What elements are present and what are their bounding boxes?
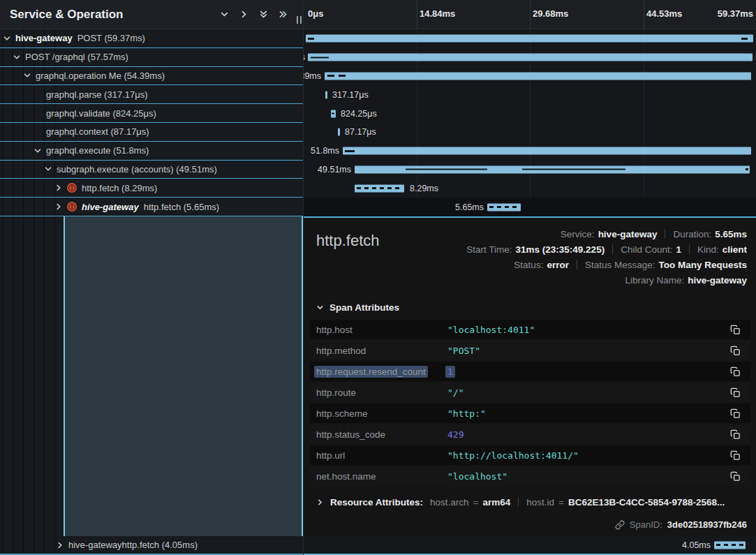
status-label: Status:: [514, 260, 543, 270]
span-row-selected[interactable]: ! hive-gateway http.fetch (5.65ms): [0, 198, 303, 216]
resource-value: arm64: [482, 497, 510, 508]
span-bar[interactable]: [325, 91, 327, 98]
span-bar[interactable]: [306, 35, 753, 43]
attribute-row[interactable]: http.scheme "http:": [310, 404, 750, 423]
chevron-down-icon[interactable]: [3, 34, 11, 43]
span-row[interactable]: subgraph.execute (accounts) (49.51ms): [0, 161, 303, 179]
timeline-row-selected: 5.65ms: [304, 198, 756, 216]
attribute-key: http.scheme: [316, 408, 447, 419]
status-message-label: Status Message:: [585, 260, 655, 270]
attribute-row[interactable]: http.status_code 429: [310, 424, 750, 444]
span-duration-label: 49.51ms: [318, 165, 351, 175]
attribute-key: http.method: [316, 346, 447, 356]
attribute-row-selected[interactable]: http.request.resend_count 1: [310, 362, 750, 381]
start-time-value: 31ms (23:35:49.225): [516, 244, 605, 255]
span-bar[interactable]: [355, 184, 404, 192]
span-bar[interactable]: [343, 147, 751, 155]
copy-icon[interactable]: [729, 365, 742, 378]
span-bar[interactable]: [355, 165, 750, 173]
span-bar[interactable]: [308, 54, 753, 61]
attribute-row[interactable]: http.url "http://localhost:4011/": [310, 445, 750, 465]
timeline-row: 57.57ms: [304, 48, 756, 67]
attribute-row[interactable]: net.host.name "localhost": [310, 466, 750, 486]
span-tree: hive-gateway POST (59.37ms) POST /graphq…: [0, 29, 303, 216]
child-count-label: Child Count:: [621, 244, 672, 255]
copy-icon[interactable]: [729, 407, 742, 420]
span-duration-label: 8.29ms: [410, 184, 438, 193]
chevron-right-icon[interactable]: [54, 184, 63, 192]
attribute-value: "localhost:4011": [447, 325, 535, 335]
attribute-row[interactable]: http.host "localhost:4011": [310, 320, 750, 339]
span-row-error[interactable]: ! http.fetch (8.29ms): [0, 179, 303, 198]
chevron-right-icon[interactable]: [54, 202, 63, 211]
timeline-row: 824.25μs: [304, 104, 756, 123]
copy-icon[interactable]: [729, 344, 742, 357]
span-duration-label: 87.17μs: [345, 127, 376, 137]
attribute-key: http.route: [316, 387, 447, 398]
attribute-value: "POST": [447, 346, 480, 356]
chevron-down-icon[interactable]: [13, 53, 21, 61]
timeline-tick: 59.37ms: [718, 8, 753, 19]
error-icon: !: [67, 202, 77, 212]
span-row[interactable]: graphql.validate (824.25μs): [0, 104, 303, 123]
chevron-down-icon[interactable]: [34, 147, 42, 155]
timeline-row-bottom: 4.05ms: [304, 536, 756, 555]
detail-overview: Service:hive-gateway Duration:5.65ms Sta…: [466, 226, 747, 288]
trace-viewer: Service & Operation hive-gateway POST (5…: [0, 0, 756, 555]
timeline-row: 317.17μs: [304, 85, 756, 104]
collapse-all-icon[interactable]: [259, 10, 268, 19]
resource-attributes-header[interactable]: Resource Attributes: host.arch = arm64 h…: [316, 494, 747, 510]
span-label: http.fetch (4.05ms): [122, 540, 198, 550]
span-duration-label: 54.39ms: [303, 71, 321, 81]
chevron-down-icon[interactable]: [44, 165, 52, 173]
timeline-row: 8.29ms: [304, 179, 756, 198]
attribute-key: http.host: [316, 325, 447, 335]
span-row[interactable]: graphql.parse (317.17μs): [0, 85, 303, 104]
duration-label: Duration:: [673, 229, 711, 239]
span-row[interactable]: graphql.operation Me (54.39ms): [0, 67, 303, 86]
timeline-row: 51.8ms: [304, 142, 756, 161]
attribute-row[interactable]: http.method "POST": [310, 341, 750, 360]
attribute-value: "/": [447, 387, 464, 398]
span-row-bottom[interactable]: hive-gateway http.fetch (4.05ms): [0, 536, 303, 555]
duration-value: 5.65ms: [715, 229, 747, 239]
span-duration-label: 5.65ms: [455, 202, 484, 212]
tree-header-icons: [220, 10, 288, 19]
span-row[interactable]: POST /graphql (57.57ms): [0, 48, 303, 67]
span-attributes-header[interactable]: Span Attributes: [316, 300, 747, 314]
span-bar[interactable]: [331, 110, 336, 117]
span-label: POST (59.37ms): [77, 33, 145, 43]
span-label: graphql.validate (824.25μs): [46, 108, 156, 119]
span-bar[interactable]: [325, 72, 751, 80]
span-bar[interactable]: [714, 541, 746, 549]
timeline-header: 0μs 14.84ms 29.68ms 44.53ms 59.37ms: [304, 0, 756, 29]
chevron-down-icon: [316, 304, 324, 311]
service-label: Service:: [561, 229, 595, 239]
chevron-down-icon[interactable]: [23, 71, 31, 80]
expand-one-icon[interactable]: [239, 10, 249, 19]
span-attributes-table: http.host "localhost:4011" http.method "…: [310, 320, 750, 486]
attribute-row[interactable]: http.route "/": [310, 383, 750, 402]
child-count-value: 1: [676, 244, 681, 255]
error-icon: !: [67, 183, 77, 193]
span-bar[interactable]: [487, 203, 521, 211]
attribute-value: "http:": [447, 408, 486, 419]
panel-splitter-grip[interactable]: [297, 16, 302, 24]
chevron-right-icon: [316, 498, 324, 506]
span-row[interactable]: graphql.context (87.17μs): [0, 123, 303, 142]
copy-icon[interactable]: [729, 428, 742, 441]
span-bar[interactable]: [338, 128, 340, 136]
collapse-one-icon[interactable]: [220, 10, 229, 19]
span-id-value: 3de02518937fb246: [667, 519, 747, 530]
span-row[interactable]: graphql.execute (51.8ms): [0, 142, 303, 161]
copy-icon[interactable]: [729, 323, 742, 336]
timeline-tick: 29.68ms: [533, 8, 568, 19]
copy-icon[interactable]: [729, 470, 742, 483]
expand-all-icon[interactable]: [279, 10, 288, 19]
copy-icon[interactable]: [729, 386, 742, 399]
copy-icon[interactable]: [729, 449, 742, 462]
span-row-root[interactable]: hive-gateway POST (59.37ms): [0, 29, 303, 48]
attribute-key: http.status_code: [316, 429, 447, 440]
span-label: graphql.execute (51.8ms): [46, 145, 149, 156]
chevron-right-icon[interactable]: [56, 541, 64, 549]
